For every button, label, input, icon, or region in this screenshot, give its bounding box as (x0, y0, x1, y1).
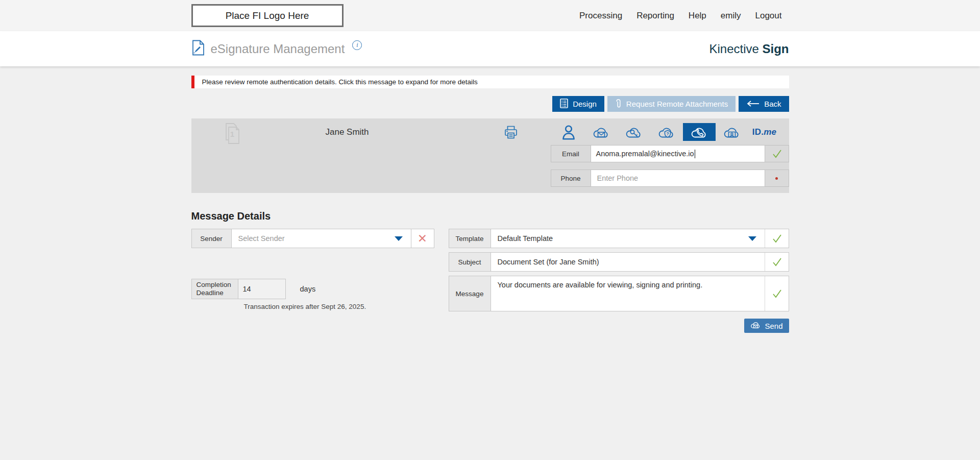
email-valid-check (765, 146, 789, 162)
auth-in-person-icon[interactable] (552, 123, 585, 141)
message-details-heading: Message Details (191, 210, 789, 222)
printer-icon[interactable] (503, 124, 519, 142)
subject-row: Subject Document Set (for Jane Smith) (449, 252, 789, 272)
svg-text:1: 1 (230, 130, 234, 138)
completion-deadline-label: Completion Deadline (191, 279, 238, 299)
phone-label: Phone (551, 170, 591, 186)
back-button[interactable]: Back (739, 96, 789, 112)
fi-logo-placeholder[interactable]: Place FI Logo Here (191, 4, 344, 27)
check-icon (771, 233, 782, 244)
message-textarea[interactable]: Your documents are available for viewing… (491, 276, 765, 311)
sender-label: Sender (192, 229, 232, 248)
auth-security-question-icon[interactable]: ? (650, 123, 683, 141)
phone-required-indicator (765, 170, 789, 186)
page-title: eSignature Management (211, 42, 345, 56)
clear-sender-button[interactable]: ✕ (411, 229, 434, 248)
auth-method-row: ? I (552, 123, 781, 141)
auth-email-icon[interactable] (585, 123, 618, 141)
design-document-icon (560, 99, 568, 110)
template-valid-check (765, 229, 789, 248)
remote-auth-alert[interactable]: Please review remote authentication deta… (191, 76, 789, 88)
text-cursor (695, 150, 695, 158)
message-valid-check (765, 276, 789, 311)
fi-logo-text: Place FI Logo Here (226, 10, 309, 21)
message-row: Message Your documents are available for… (449, 276, 789, 311)
check-icon (771, 149, 782, 159)
required-dot-icon (775, 177, 778, 180)
send-button-label: Send (765, 322, 782, 330)
brand-name: Kinective (709, 42, 758, 56)
nav-help[interactable]: Help (689, 11, 706, 21)
sender-row: Sender Select Sender ✕ (191, 229, 434, 248)
request-remote-attachments-button[interactable]: Request Remote Attachments (607, 96, 736, 112)
paperclip-icon (615, 98, 622, 110)
main-content: Please review remote authentication deta… (0, 66, 980, 333)
template-row: Template Default Template (449, 229, 789, 248)
nav-reporting[interactable]: Reporting (636, 11, 674, 21)
design-button-label: Design (573, 100, 597, 108)
design-button[interactable]: Design (552, 96, 604, 112)
check-icon (771, 288, 782, 299)
auth-id-verification-icon[interactable] (716, 123, 748, 141)
brand-product: Sign (763, 42, 789, 56)
email-input[interactable]: Anoma.premalal@kinective.io (591, 146, 765, 162)
message-label: Message (449, 276, 491, 311)
completion-deadline-input[interactable]: 14 (238, 279, 286, 299)
send-email-icon (750, 321, 761, 331)
template-label: Template (449, 229, 491, 248)
close-icon: ✕ (418, 232, 427, 246)
esignature-document-icon: x (191, 40, 205, 58)
recipient-panel: 1 Jane Smith (191, 118, 789, 193)
nav-logout[interactable]: Logout (755, 11, 782, 21)
back-button-label: Back (764, 100, 781, 108)
svg-text:x: x (193, 51, 195, 54)
email-row: Email Anoma.premalal@kinective.io (551, 145, 789, 162)
brand-logo: Kinective Sign (709, 42, 789, 56)
info-icon[interactable]: i (352, 40, 362, 50)
request-remote-attachments-label: Request Remote Attachments (626, 100, 728, 108)
auth-phone-icon-selected[interactable] (683, 123, 716, 141)
email-label: Email (551, 146, 591, 162)
nav-processing[interactable]: Processing (579, 11, 622, 21)
auth-idme-logo[interactable]: ID.me (748, 123, 781, 141)
send-button[interactable]: Send (744, 319, 789, 333)
back-arrow-icon (746, 100, 760, 108)
completion-deadline-block: Completion Deadline 14 days Transaction … (191, 279, 434, 310)
recipient-name: Jane Smith (326, 127, 369, 137)
check-icon (771, 257, 782, 267)
template-dropdown[interactable]: Default Template (491, 229, 765, 248)
chevron-down-icon[interactable] (748, 236, 756, 241)
svg-text:?: ? (666, 131, 669, 136)
document-count-icon[interactable]: 1 (224, 123, 240, 146)
auth-access-code-icon[interactable] (618, 123, 650, 141)
chevron-down-icon[interactable] (395, 236, 403, 241)
sender-dropdown[interactable]: Select Sender (232, 229, 411, 248)
expiration-note: Transaction expires after Sept 26, 2025. (244, 303, 434, 310)
phone-input[interactable] (596, 174, 760, 183)
subject-label: Subject (449, 253, 491, 271)
top-bar: Place FI Logo Here Processing Reporting … (0, 0, 980, 31)
alert-text: Please review remote authentication deta… (202, 78, 478, 86)
completion-deadline-unit: days (300, 285, 316, 293)
phone-row: Phone (551, 170, 789, 187)
subject-input[interactable]: Document Set (for Jane Smith) (491, 253, 765, 271)
top-nav: Processing Reporting Help emily Logout (579, 11, 789, 21)
action-toolbar: Design Request Remote Attachments Bac (191, 96, 789, 112)
nav-user[interactable]: emily (721, 11, 741, 21)
subject-valid-check (765, 253, 789, 271)
app-header: x eSignature Management i Kinective Sign (0, 31, 980, 66)
